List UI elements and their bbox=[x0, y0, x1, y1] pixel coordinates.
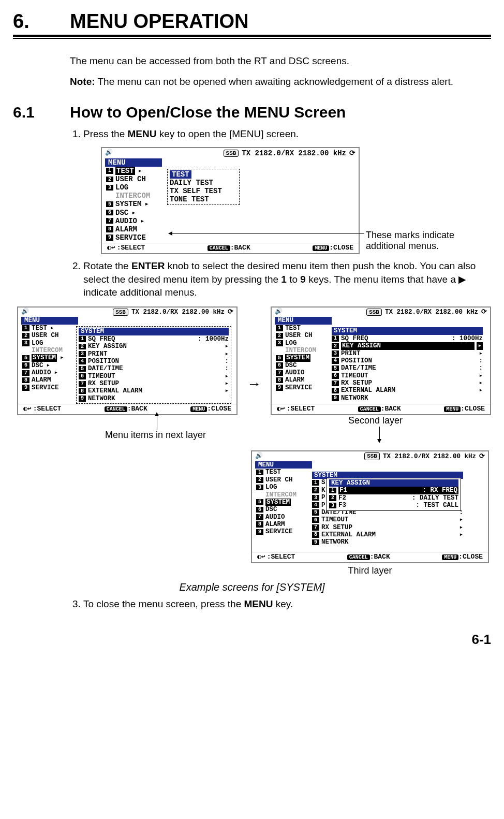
submenu-item[interactable]: TONE TEST bbox=[170, 195, 237, 203]
chapter-number: 6. bbox=[13, 10, 70, 33]
speaker-icon: 🔊 bbox=[21, 309, 29, 316]
knob-icon: ◐↩ bbox=[257, 553, 265, 561]
sys-item[interactable]: 5DATE/TIME: bbox=[79, 365, 229, 372]
callout-line bbox=[170, 233, 364, 234]
step-3: To close the menu screen, press the MENU… bbox=[83, 597, 491, 611]
chapter-title: 6. MENU OPERATION bbox=[13, 10, 491, 33]
menu-header: MENU bbox=[275, 317, 332, 324]
section-title: 6.1 How to Open/Close the MENU Screen bbox=[13, 104, 491, 121]
system-submenu-list: 1SQ FREQ: 1000Hz 2KEY ASSIGN▸ 3PRINT▸ 4P… bbox=[79, 335, 229, 402]
sys-item[interactable]: 6TIMEOUT▸ bbox=[79, 373, 229, 380]
screen-topbar: 🔊 SSB TX 2182.0/RX 2182.00 kHz ⟳ bbox=[272, 308, 490, 317]
knob-icon: ◐↩ bbox=[277, 405, 285, 413]
footer-back: CANCEL:BACK bbox=[207, 244, 250, 252]
chapter-name: MENU OPERATION bbox=[70, 10, 249, 33]
screen-topbar: 🔊 SSB TX 2182.0/RX 2182.00 kHz ⟳ bbox=[102, 148, 359, 158]
sys-item[interactable]: 4POSITION: bbox=[332, 357, 483, 364]
callout-line bbox=[157, 415, 157, 430]
sys-item[interactable]: 9NETWORK bbox=[332, 394, 483, 402]
keyassign-panel: KEY ASSIGN 1F1: RX FREQ 2F2: DAILY TEST … bbox=[327, 478, 461, 511]
footer-close: MENU:CLOSE bbox=[313, 244, 353, 252]
screen-topbar: 🔊 SSB TX 2182.0/RX 2182.00 kHz ⟳ bbox=[252, 451, 488, 461]
sys-item[interactable]: 6TIMEOUT▸ bbox=[332, 372, 483, 379]
system-submenu-panel: SYSTEM 1SQ FREQ: 1000Hz 2KEY ASSIGN▸ 3PR… bbox=[76, 326, 231, 404]
arrow-right-icon: → bbox=[247, 376, 261, 392]
heading-rule-thick bbox=[13, 35, 491, 37]
menu-item-alarm[interactable]: 8ALARM bbox=[105, 225, 355, 233]
submenu-item[interactable]: DAILY TEST bbox=[170, 179, 237, 187]
ka-item[interactable]: 3F3: TEST CALL bbox=[329, 502, 458, 509]
activity-icon: ⟳ bbox=[228, 309, 233, 316]
system-screen-layer2: 🔊 SSB TX 2182.0/RX 2182.00 kHz ⟳ MENU 1T… bbox=[271, 306, 491, 416]
ka-item[interactable]: 2F2: DAILY TEST bbox=[329, 494, 458, 502]
menu-screen-1: 🔊 SSB TX 2182.0/RX 2182.00 kHz ⟳ MENU 1T… bbox=[101, 147, 360, 254]
screen-footer: ◐↩:SELECT CANCEL:BACK MENU:CLOSE bbox=[102, 243, 359, 253]
arrow-left-icon bbox=[168, 231, 172, 236]
sys-item[interactable]: 8EXTERNAL ALARM▸ bbox=[332, 387, 483, 394]
sys-item[interactable]: 1SQ FREQ: 1000Hz bbox=[79, 335, 229, 343]
freq-readout: TX 2182.0/RX 2182.00 kHz bbox=[383, 453, 476, 460]
screen-footer: ◐↩:SELECT CANCEL:BACK MENU:CLOSE bbox=[252, 552, 488, 562]
knob-icon: ◐↩ bbox=[23, 405, 32, 413]
screen-footer: ◐↩:SELECT CANCEL:BACK MENU:CLOSE bbox=[272, 404, 490, 414]
system-screen-layer1: 🔊 SSB TX 2182.0/RX 2182.00 kHz ⟳ MENU 1T… bbox=[17, 306, 238, 416]
menu-item-service[interactable]: 9SERVICE bbox=[105, 233, 355, 242]
system-submenu-list: 1SQ FREQ: 1000Hz 2KEY ASSIGN▸ 3PRINT▸ 4P… bbox=[332, 335, 483, 402]
sys-item[interactable]: 7RX SETUP▸ bbox=[312, 524, 463, 531]
sys-item[interactable]: 1SQ FREQ: 1000Hz bbox=[332, 335, 483, 342]
example-caption: Example screens for [SYSTEM] bbox=[13, 581, 491, 593]
section-number: 6.1 bbox=[13, 104, 70, 121]
ssb-badge: SSB bbox=[364, 452, 380, 460]
speaker-icon: 🔊 bbox=[105, 150, 113, 157]
sys-item[interactable]: 6TIMEOUT▸ bbox=[312, 516, 463, 523]
submenu-panel: TEST DAILY TEST TX SELF TEST TONE TEST bbox=[167, 169, 240, 205]
submenu-item[interactable]: TX SELF TEST bbox=[170, 187, 237, 195]
sys-item[interactable]: 9NETWORK bbox=[79, 395, 229, 402]
keyassign-title: KEY ASSIGN bbox=[329, 479, 458, 487]
ssb-badge: SSB bbox=[366, 309, 382, 316]
intro-text: The menu can be accessed from both the R… bbox=[70, 54, 491, 68]
steps-list-2: Rotate the ENTER knob to select the desi… bbox=[70, 259, 491, 299]
steps-list: Press the MENU key to open the [MENU] sc… bbox=[70, 127, 491, 141]
arrow-up-icon bbox=[155, 412, 159, 416]
activity-icon: ⟳ bbox=[481, 309, 487, 316]
submenu-arrow-icon: ▸ bbox=[131, 209, 136, 217]
heading-rule-thin bbox=[13, 38, 491, 39]
sys-item[interactable]: 2KEY ASSIGN▸ bbox=[79, 343, 229, 350]
system-screen-layer3: 🔊 SSB TX 2182.0/RX 2182.00 kHz ⟳ MENU 1T… bbox=[251, 450, 489, 563]
footer-select: ◐↩:SELECT bbox=[107, 244, 145, 252]
speaker-icon: 🔊 bbox=[255, 453, 263, 460]
menu-header: MENU bbox=[21, 317, 78, 324]
sys-item[interactable]: 7RX SETUP▸ bbox=[332, 379, 483, 387]
menu-item-audio[interactable]: 7AUDIO▸ bbox=[105, 217, 355, 225]
submenu-title: TEST bbox=[170, 170, 191, 179]
sys-item[interactable]: 8EXTERNAL ALARM▸ bbox=[79, 387, 229, 394]
note-label: Note: bbox=[70, 76, 95, 87]
freq-readout: TX 2182.0/RX 2182.00 kHz bbox=[242, 149, 346, 157]
step-1: Press the MENU key to open the [MENU] sc… bbox=[83, 127, 491, 141]
freq-readout: TX 2182.0/RX 2182.00 kHz bbox=[131, 309, 225, 316]
sys-item[interactable]: 3PRINT▸ bbox=[332, 350, 483, 357]
sys-item[interactable]: 3PRINT▸ bbox=[79, 350, 229, 358]
system-submenu-panel: SYSTEM 1SQ FREQ: 1000Hz 2KEY ASSIGN▸ 3PR… bbox=[330, 326, 485, 403]
ssb-badge: SSB bbox=[224, 150, 239, 157]
sys-item[interactable]: 7RX SETUP▸ bbox=[79, 380, 229, 387]
menu-item-dsc[interactable]: 6DSC▸ bbox=[105, 209, 355, 217]
sys-item[interactable]: 9NETWORK bbox=[312, 538, 463, 546]
sys-item[interactable]: 8EXTERNAL ALARM▸ bbox=[312, 531, 463, 538]
step-2: Rotate the ENTER knob to select the desi… bbox=[83, 259, 491, 299]
screen-topbar: 🔊 SSB TX 2182.0/RX 2182.00 kHz ⟳ bbox=[18, 308, 236, 317]
menu-header: MENU bbox=[105, 158, 162, 167]
note-body: The menu can not be opened when awaiting… bbox=[95, 76, 454, 87]
ssb-badge: SSB bbox=[113, 309, 128, 316]
screen-footer: ◐↩:SELECT CANCEL:BACK MENU:CLOSE bbox=[18, 404, 236, 414]
system-submenu-title: SYSTEM bbox=[79, 328, 229, 335]
sys-item[interactable]: 5DATE/TIME: bbox=[332, 364, 483, 372]
activity-icon: ⟳ bbox=[349, 149, 355, 157]
note-text: Note: The menu can not be opened when aw… bbox=[70, 75, 491, 89]
sys-item[interactable]: 4POSITION: bbox=[79, 358, 229, 365]
callout-additional-menus: These marks indicate additional menus. bbox=[366, 230, 475, 251]
sys-item-keyassign-selected[interactable]: 2KEY ASSIGN▸ bbox=[332, 342, 483, 349]
ka-item-f1-selected[interactable]: 1F1: RX FREQ bbox=[329, 487, 458, 494]
arrow-down-icon bbox=[377, 439, 381, 443]
